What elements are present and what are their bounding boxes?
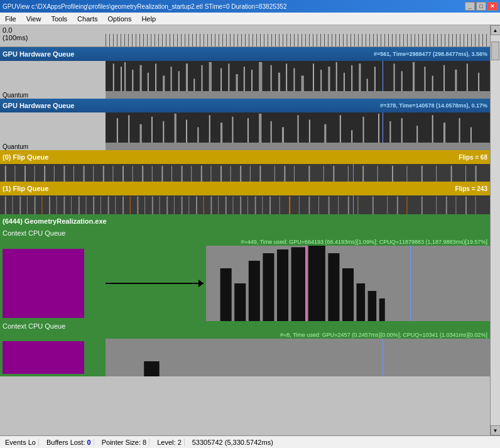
context-graph-2	[0, 339, 490, 376]
svg-rect-159	[329, 197, 330, 215]
svg-rect-10	[187, 64, 188, 91]
maximize-button[interactable]: □	[476, 2, 486, 11]
context-small-right[interactable]	[106, 339, 490, 376]
svg-rect-154	[280, 197, 280, 215]
scroll-thumb[interactable]	[491, 41, 499, 60]
svg-rect-158	[318, 197, 319, 215]
gpu-queue-1: GPU Hardware Queue #=561, Time=2988477 (…	[0, 47, 490, 99]
svg-rect-140	[174, 197, 175, 215]
context-cpu-queue-label-1: Context CPU Queue	[0, 228, 490, 238]
svg-rect-87	[142, 166, 143, 182]
svg-rect-27	[329, 67, 330, 91]
svg-rect-90	[171, 166, 172, 182]
svg-rect-99	[259, 166, 261, 182]
menu-tools[interactable]: Tools	[48, 14, 70, 24]
svg-rect-188	[144, 361, 159, 376]
svg-rect-112	[436, 166, 437, 182]
gpu-queue-1-quantum: Quantum	[0, 91, 490, 99]
svg-rect-8	[171, 67, 171, 91]
svg-rect-179	[291, 247, 306, 321]
svg-rect-94	[210, 166, 211, 182]
svg-rect-155	[289, 197, 290, 215]
svg-rect-23	[294, 68, 295, 91]
svg-rect-26	[321, 70, 322, 91]
close-button[interactable]: ✕	[487, 2, 497, 11]
svg-rect-56	[271, 121, 271, 143]
menu-options[interactable]: Options	[105, 14, 134, 24]
svg-rect-48	[175, 114, 176, 143]
process-section: (6444) GeometryRealization.exe Context C…	[0, 214, 490, 376]
svg-rect-123	[49, 197, 50, 215]
svg-rect-68	[432, 116, 433, 143]
gpu-queue-1-graph[interactable]	[106, 61, 490, 91]
flip-queue-0: (0) Flip Queue Flips = 68	[0, 150, 490, 182]
svg-rect-104	[323, 166, 324, 182]
menu-view[interactable]: View	[24, 14, 44, 24]
svg-rect-74	[14, 166, 15, 182]
svg-rect-180	[308, 246, 325, 321]
events-lo-status: Events Lo	[3, 439, 39, 446]
gpu-queue-2-graph[interactable]	[106, 112, 490, 143]
svg-rect-131	[108, 197, 109, 215]
svg-rect-46	[151, 117, 152, 143]
flip-queue-0-graph[interactable]	[0, 164, 490, 182]
menu-charts[interactable]: Charts	[75, 14, 100, 24]
minimize-button[interactable]: _	[465, 2, 475, 11]
flip-queue-1-info: Flips = 243	[455, 185, 487, 192]
svg-rect-40	[455, 70, 457, 91]
gpu-queue-1-info: #=561, Time=2988477 (298.8477ms), 3.56%	[374, 51, 487, 57]
vertical-scrollbar[interactable]: ▲ ▼	[490, 25, 500, 435]
menu-file[interactable]: File	[3, 14, 19, 24]
svg-rect-91	[182, 166, 183, 182]
svg-rect-85	[122, 166, 124, 182]
svg-rect-66	[401, 119, 402, 143]
svg-rect-136	[144, 197, 145, 215]
svg-rect-135	[137, 197, 138, 215]
svg-rect-160	[338, 197, 339, 215]
svg-rect-60	[325, 124, 326, 143]
ruler: 0.0 (100ms)	[0, 25, 490, 47]
svg-rect-120	[27, 197, 28, 215]
svg-rect-143	[196, 197, 197, 215]
svg-rect-54	[247, 119, 248, 143]
svg-rect-36	[413, 62, 415, 91]
svg-rect-22	[286, 64, 287, 91]
flip-queue-1-graph[interactable]	[0, 195, 490, 214]
svg-rect-93	[201, 166, 202, 182]
svg-rect-58	[298, 116, 298, 143]
svg-rect-111	[421, 166, 423, 182]
svg-rect-96	[231, 166, 231, 182]
svg-rect-125	[63, 197, 65, 215]
svg-rect-110	[406, 166, 407, 182]
context-cpu-info-2: #=8, Time used: GPU=2457 (0.2457ms)[0.00…	[0, 331, 490, 339]
svg-rect-32	[367, 79, 367, 91]
svg-rect-21	[278, 73, 280, 91]
svg-rect-109	[392, 166, 393, 182]
context-graph-svg-2	[106, 339, 490, 376]
scroll-track[interactable]	[491, 35, 500, 425]
context-right-1[interactable]	[206, 246, 490, 321]
svg-rect-11	[194, 79, 195, 91]
gpu-queue-2-svg	[106, 112, 490, 143]
gpu-queue-2-header: GPU Hardware Queue #=378, Time=140578 (1…	[0, 99, 490, 112]
svg-rect-88	[152, 166, 153, 182]
gpu-queue-2-label: GPU Hardware Queue	[3, 102, 74, 109]
svg-rect-171	[465, 197, 467, 215]
svg-rect-121	[35, 197, 36, 215]
svg-rect-122	[41, 197, 42, 215]
svg-rect-166	[406, 197, 407, 215]
purple-block-1	[3, 249, 84, 318]
svg-rect-65	[390, 121, 391, 143]
svg-rect-147	[226, 197, 227, 215]
svg-rect-103	[308, 166, 310, 182]
svg-rect-37	[425, 67, 425, 91]
svg-rect-53	[232, 117, 233, 143]
svg-rect-47	[163, 121, 164, 143]
scroll-up-button[interactable]: ▲	[491, 25, 501, 35]
menu-help[interactable]: Help	[139, 14, 158, 24]
scroll-down-button[interactable]: ▼	[491, 425, 501, 435]
svg-rect-51	[209, 116, 210, 143]
svg-rect-98	[250, 166, 251, 182]
quantum-1-track	[106, 91, 490, 99]
svg-rect-130	[101, 197, 101, 215]
